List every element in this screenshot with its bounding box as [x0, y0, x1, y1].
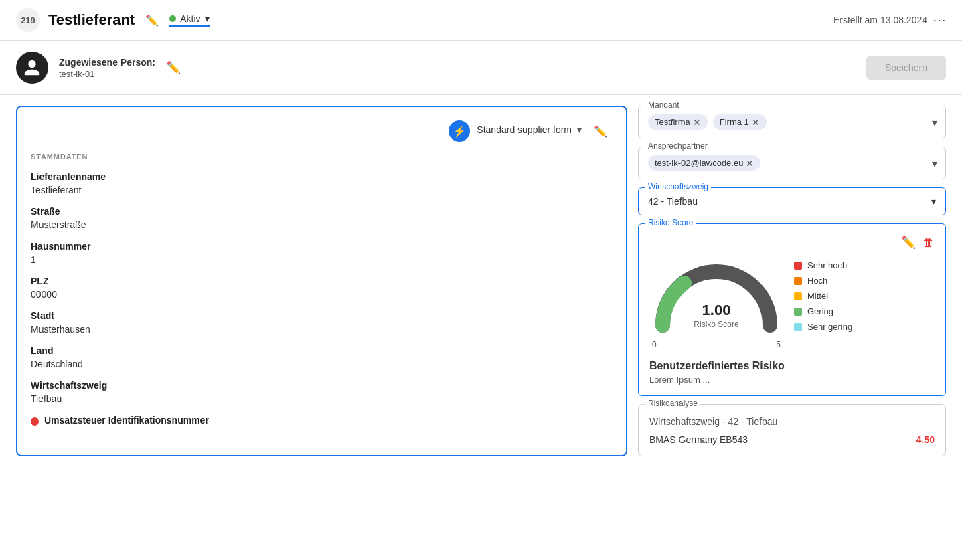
risikoanalyse-title: Wirtschaftszweig - 42 - Tiefbau: [649, 415, 935, 428]
field-value-stadt: Musterhausen: [31, 324, 613, 335]
field-label-lieferantenname: Lieferantenname: [31, 171, 613, 182]
mandant-chip-firma1: Firma 1 ✕: [713, 114, 767, 130]
risikoanalyse-subtitle: - 42 - Tiefbau: [720, 416, 777, 427]
header-right: Erstellt am 13.08.2024 ⋯: [833, 12, 946, 28]
wirtschaftszweig-arrow-icon[interactable]: ▾: [931, 196, 936, 207]
risikoanalyse-row-label: BMAS Germany EB543: [649, 434, 748, 445]
field-label-wirtschaftszweig: Wirtschaftszweig: [31, 380, 613, 391]
assigned-bar: Zugewiesene Person: test-lk-01 ✏️ Speich…: [0, 41, 962, 95]
legend-label-mittel: Mittel: [807, 291, 828, 301]
legend-item-mittel: Mittel: [794, 291, 852, 301]
risiko-edit-button[interactable]: ✏️: [901, 235, 916, 250]
mandant-chip-row: Testfirma ✕ Firma 1 ✕: [648, 114, 936, 130]
section-label: STAMMDATEN: [31, 153, 613, 161]
status-dropdown[interactable]: Aktiv ▾: [169, 13, 209, 27]
legend-dot-mittel: [794, 292, 802, 300]
legend-dot-sehr-gering: [794, 323, 802, 331]
mandant-box: Mandant Testfirma ✕ Firma 1 ✕ ▾: [638, 106, 946, 138]
legend-label-sehr-hoch: Sehr hoch: [807, 260, 847, 270]
risiko-legend: Sehr hoch Hoch Mittel Gering: [794, 260, 852, 332]
risikoanalyse-box: Risikoanalyse Wirtschaftszweig - 42 - Ti…: [638, 404, 946, 456]
field-lieferantenname: Lieferantenname Testlieferant: [31, 171, 613, 195]
risiko-delete-button[interactable]: 🗑: [923, 235, 935, 250]
field-value-hausnummer: 1: [31, 254, 613, 265]
field-value-strasse: Musterstraße: [31, 219, 613, 230]
form-select-chevron-icon[interactable]: ▾: [577, 124, 582, 135]
ansprechpartner-chip-email-remove[interactable]: ✕: [746, 159, 754, 168]
gauge-max-label: 5: [776, 340, 781, 349]
assigned-info: Zugewiesene Person: test-lk-01: [59, 57, 155, 79]
legend-item-sehr-gering: Sehr gering: [794, 322, 852, 332]
right-panel: Mandant Testfirma ✕ Firma 1 ✕ ▾ Ansprech…: [638, 106, 946, 456]
mandant-chip-firma1-label: Firma 1: [720, 117, 749, 127]
gauge-labels: 0 5: [649, 340, 783, 349]
risikoanalyse-title-bold: Wirtschaftszweig: [649, 416, 720, 427]
form-select-wrapper: Standard supplier form ▾: [477, 124, 582, 138]
created-label: Erstellt am 13.08.2024: [833, 15, 927, 25]
risikoanalyse-row-score: 4.50: [916, 434, 935, 445]
mandant-chip-testfirma-remove[interactable]: ✕: [693, 118, 701, 127]
field-wirtschaftszweig: Wirtschaftszweig Tiefbau: [31, 380, 613, 404]
assigned-label: Zugewiesene Person:: [59, 57, 155, 68]
benutzerdefined-text: Lorem Ipsum ...: [649, 375, 935, 385]
field-stadt: Stadt Musterhausen: [31, 310, 613, 335]
field-plz: PLZ 00000: [31, 276, 613, 300]
gauge-wrap: 1.00 Risiko Score 0 5: [649, 255, 783, 349]
risikoanalyse-label: Risikoanalyse: [645, 399, 700, 408]
save-button[interactable]: Speichern: [866, 56, 946, 80]
form-edit-button[interactable]: ✏️: [588, 122, 613, 141]
legend-item-sehr-hoch: Sehr hoch: [794, 260, 852, 270]
legend-dot-gering: [794, 308, 802, 316]
ansprechpartner-chip-row: test-lk-02@lawcode.eu ✕: [648, 155, 936, 171]
field-land: Land Deutschland: [31, 345, 613, 369]
mandant-dropdown-arrow-icon[interactable]: ▾: [932, 116, 937, 128]
ansprechpartner-chip-email: test-lk-02@lawcode.eu ✕: [648, 155, 760, 171]
gauge-svg: 1.00 Risiko Score: [649, 255, 783, 335]
field-value-lieferantenname: Testlieferant: [31, 185, 613, 195]
risiko-score-label: Risiko Score: [645, 218, 696, 227]
wirtschaftszweig-box: Wirtschaftszweig 42 - Tiefbau ▾: [638, 187, 946, 215]
wirtschaftszweig-select[interactable]: 42 - Tiefbau ▾: [648, 196, 936, 207]
form-select-label: Standard supplier form: [477, 124, 572, 135]
field-strasse: Straße Musterstraße: [31, 206, 613, 230]
assign-edit-button[interactable]: ✏️: [166, 60, 181, 75]
legend-label-sehr-gering: Sehr gering: [807, 322, 852, 332]
risikoanalyse-row: BMAS Germany EB543 4.50: [649, 434, 935, 445]
status-chevron-icon: ▾: [205, 13, 210, 24]
ansprechpartner-dropdown-arrow-icon[interactable]: ▾: [932, 157, 937, 169]
field-label-strasse: Straße: [31, 206, 613, 217]
left-panel: ⚡ Standard supplier form ▾ ✏️ STAMMDATEN…: [16, 106, 627, 456]
edit-title-button[interactable]: ✏️: [143, 11, 161, 29]
risiko-toolbar: ✏️ 🗑: [649, 235, 935, 250]
gauge-min-label: 0: [652, 340, 657, 349]
field-umsatzsteuer: Umsatzsteuer Identifikationsnummer: [31, 415, 613, 428]
field-value-plz: 00000: [31, 289, 613, 300]
benutzerdefined-section: Benutzerdefiniertes Risiko Lorem Ipsum .…: [649, 360, 935, 385]
field-value-land: Deutschland: [31, 359, 613, 369]
field-label-umsatzsteuer: Umsatzsteuer Identifikationsnummer: [44, 415, 209, 426]
legend-dot-hoch: [794, 277, 802, 285]
lightning-button[interactable]: ⚡: [449, 120, 470, 142]
mandant-chip-testfirma-label: Testfirma: [655, 117, 690, 127]
mandant-chip-testfirma: Testfirma ✕: [648, 114, 708, 130]
avatar: [16, 52, 48, 84]
more-options-button[interactable]: ⋯: [933, 12, 946, 28]
ansprechpartner-chip-email-label: test-lk-02@lawcode.eu: [655, 158, 743, 168]
field-label-land: Land: [31, 345, 613, 356]
status-label: Aktiv: [180, 13, 200, 24]
wirtschaftszweig-value: 42 - Tiefbau: [648, 196, 698, 207]
legend-item-gering: Gering: [794, 306, 852, 316]
field-label-plz: PLZ: [31, 276, 613, 286]
gauge-container: 1.00 Risiko Score 0 5 Sehr hoch: [649, 255, 935, 349]
field-label-hausnummer: Hausnummer: [31, 241, 613, 252]
svg-text:1.00: 1.00: [702, 302, 731, 318]
status-dot: [169, 15, 176, 22]
legend-label-hoch: Hoch: [807, 276, 827, 286]
field-hausnummer: Hausnummer 1: [31, 241, 613, 265]
mandant-chip-firma1-remove[interactable]: ✕: [752, 118, 760, 127]
page-header: 219 Testlieferant ✏️ Aktiv ▾ Erstellt am…: [0, 0, 962, 41]
supplier-id-badge: 219: [16, 8, 40, 32]
risiko-score-box: Risiko Score ✏️ 🗑 1.00 Risiko Score: [638, 223, 946, 396]
ansprechpartner-box: Ansprechpartner test-lk-02@lawcode.eu ✕ …: [638, 147, 946, 179]
main-content: ⚡ Standard supplier form ▾ ✏️ STAMMDATEN…: [0, 95, 962, 467]
